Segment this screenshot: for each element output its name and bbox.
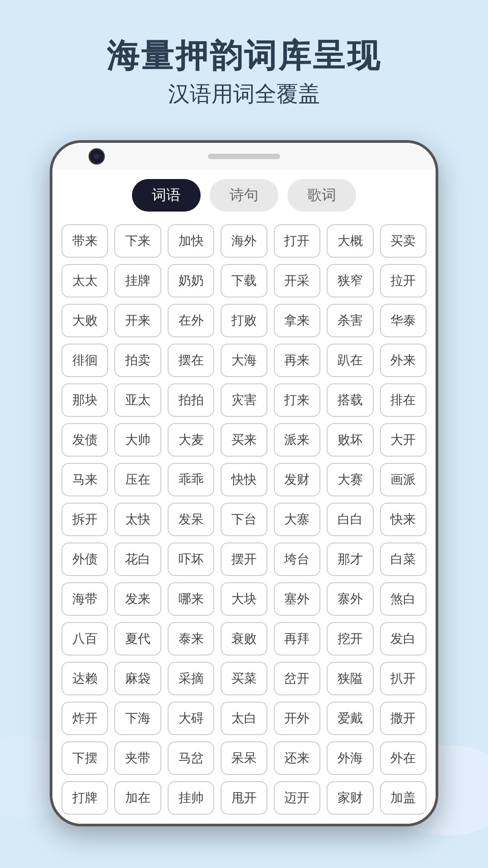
- word-chip[interactable]: 快来: [380, 503, 427, 536]
- word-chip[interactable]: 岔开: [274, 662, 320, 695]
- word-chip[interactable]: 徘徊: [61, 344, 108, 377]
- word-chip[interactable]: 大碍: [168, 702, 214, 735]
- word-chip[interactable]: 拉开: [380, 264, 427, 297]
- word-chip[interactable]: 压在: [114, 463, 161, 496]
- word-chip[interactable]: 塞外: [274, 582, 320, 616]
- word-chip[interactable]: 发呆: [168, 503, 214, 536]
- word-chip[interactable]: 挂帅: [168, 781, 214, 815]
- word-chip[interactable]: 拿来: [274, 304, 320, 337]
- word-chip[interactable]: 发来: [114, 582, 161, 616]
- word-chip[interactable]: 在外: [168, 304, 214, 337]
- word-chip[interactable]: 海带: [61, 582, 108, 616]
- word-chip[interactable]: 买卖: [380, 224, 427, 258]
- word-chip[interactable]: 太快: [114, 503, 161, 536]
- word-chip[interactable]: 再拜: [274, 622, 320, 656]
- word-chip[interactable]: 下载: [221, 264, 267, 297]
- tab-words[interactable]: 词语: [132, 179, 201, 212]
- word-chip[interactable]: 煞白: [380, 582, 427, 616]
- word-chip[interactable]: 垮台: [274, 542, 320, 576]
- word-chip[interactable]: 扒开: [380, 662, 427, 695]
- word-chip[interactable]: 开来: [114, 304, 161, 337]
- word-chip[interactable]: 下来: [114, 224, 161, 258]
- word-chip[interactable]: 拍卖: [114, 344, 161, 377]
- word-chip[interactable]: 八百: [61, 622, 108, 656]
- word-chip[interactable]: 派来: [274, 423, 320, 457]
- word-chip[interactable]: 夹带: [114, 741, 161, 775]
- word-chip[interactable]: 哪来: [168, 582, 214, 616]
- word-chip[interactable]: 麻袋: [114, 662, 161, 695]
- word-chip[interactable]: 还来: [274, 741, 320, 775]
- word-chip[interactable]: 采摘: [168, 662, 214, 695]
- word-chip[interactable]: 太白: [221, 702, 267, 735]
- word-chip[interactable]: 打开: [274, 224, 320, 258]
- word-chip[interactable]: 败坏: [327, 423, 373, 457]
- word-chip[interactable]: 买来: [221, 423, 267, 457]
- word-chip[interactable]: 大块: [221, 582, 267, 616]
- tab-lyrics[interactable]: 歌词: [287, 179, 356, 212]
- word-chip[interactable]: 迈开: [274, 781, 320, 815]
- word-chip[interactable]: 摆在: [168, 344, 214, 377]
- word-chip[interactable]: 开外: [274, 702, 320, 735]
- word-chip[interactable]: 大概: [327, 224, 373, 258]
- word-chip[interactable]: 打牌: [61, 781, 108, 815]
- word-chip[interactable]: 花白: [114, 542, 161, 576]
- word-chip[interactable]: 搭载: [327, 383, 373, 417]
- word-chip[interactable]: 大寨: [274, 503, 320, 536]
- word-chip[interactable]: 外在: [380, 741, 427, 775]
- word-chip[interactable]: 发白: [380, 622, 427, 656]
- word-chip[interactable]: 白菜: [380, 542, 427, 576]
- word-chip[interactable]: 下摆: [61, 741, 108, 775]
- word-chip[interactable]: 马岔: [168, 741, 214, 775]
- word-chip[interactable]: 挂牌: [114, 264, 161, 297]
- word-chip[interactable]: 拍拍: [168, 383, 214, 417]
- word-chip[interactable]: 带来: [61, 224, 108, 258]
- word-chip[interactable]: 达赖: [61, 662, 108, 695]
- word-chip[interactable]: 华泰: [380, 304, 427, 337]
- word-chip[interactable]: 挖开: [327, 622, 373, 656]
- word-chip[interactable]: 快快: [221, 463, 267, 496]
- word-chip[interactable]: 大赛: [327, 463, 373, 496]
- word-chip[interactable]: 那才: [327, 542, 373, 576]
- word-chip[interactable]: 加盖: [380, 781, 427, 815]
- word-chip[interactable]: 发财: [274, 463, 320, 496]
- word-chip[interactable]: 大开: [380, 423, 427, 457]
- word-chip[interactable]: 炸开: [61, 702, 108, 735]
- word-chip[interactable]: 乖乖: [168, 463, 214, 496]
- word-chip[interactable]: 加快: [168, 224, 214, 258]
- word-chip[interactable]: 甩开: [221, 781, 267, 815]
- word-chip[interactable]: 大麦: [168, 423, 214, 457]
- word-chip[interactable]: 那块: [61, 383, 108, 417]
- word-chip[interactable]: 夏代: [114, 622, 161, 656]
- word-chip[interactable]: 外来: [380, 344, 427, 377]
- word-chip[interactable]: 狭窄: [327, 264, 373, 297]
- word-chip[interactable]: 排在: [380, 383, 427, 417]
- word-chip[interactable]: 呆呆: [221, 741, 267, 775]
- word-chip[interactable]: 亚太: [114, 383, 161, 417]
- word-chip[interactable]: 寨外: [327, 582, 373, 616]
- word-chip[interactable]: 白白: [327, 503, 373, 536]
- word-chip[interactable]: 买菜: [221, 662, 267, 695]
- word-chip[interactable]: 外海: [327, 741, 373, 775]
- word-chip[interactable]: 拆开: [61, 503, 108, 536]
- word-chip[interactable]: 撒开: [380, 702, 427, 735]
- word-chip[interactable]: 打败: [221, 304, 267, 337]
- word-chip[interactable]: 海外: [221, 224, 267, 258]
- word-chip[interactable]: 再来: [274, 344, 320, 377]
- word-chip[interactable]: 吓坏: [168, 542, 214, 576]
- word-chip[interactable]: 下台: [221, 503, 267, 536]
- word-chip[interactable]: 衰败: [221, 622, 267, 656]
- word-chip[interactable]: 打来: [274, 383, 320, 417]
- word-chip[interactable]: 大败: [61, 304, 108, 337]
- word-chip[interactable]: 泰来: [168, 622, 214, 656]
- word-chip[interactable]: 外债: [61, 542, 108, 576]
- word-chip[interactable]: 马来: [61, 463, 108, 496]
- word-chip[interactable]: 大海: [221, 344, 267, 377]
- word-chip[interactable]: 画派: [380, 463, 427, 496]
- word-chip[interactable]: 狭隘: [327, 662, 373, 695]
- word-chip[interactable]: 爱戴: [327, 702, 373, 735]
- word-chip[interactable]: 趴在: [327, 344, 373, 377]
- word-chip[interactable]: 发债: [61, 423, 108, 457]
- word-chip[interactable]: 灾害: [221, 383, 267, 417]
- tab-poetry[interactable]: 诗句: [210, 179, 278, 212]
- word-chip[interactable]: 家财: [327, 781, 373, 815]
